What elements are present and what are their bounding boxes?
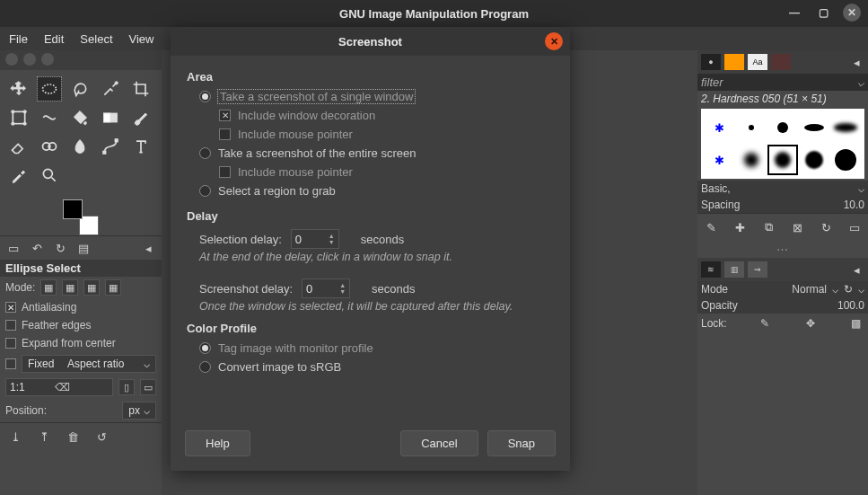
clear-icon[interactable]: ⌫ [55,381,70,393]
radio-entire-screen[interactable]: Take a screenshot of the entire screen [187,144,554,163]
new-brush-icon[interactable]: ✚ [732,219,748,235]
mode-swap-icon[interactable]: ↻ [844,283,853,296]
dialog-close-button[interactable]: ✕ [545,32,563,50]
radio-icon [199,185,211,197]
help-button[interactable]: Help [185,430,250,456]
radio-single-window[interactable]: Take a screenshot of a single window [187,87,554,106]
brush-preset-row[interactable]: Basic, ⌵ [697,181,868,197]
fg-color-swatch[interactable] [63,199,83,219]
tab-paths-icon[interactable]: ⇝ [748,261,767,278]
lock-alpha-icon[interactable]: ▩ [848,315,864,331]
load-preset-icon[interactable]: ⤒ [36,429,52,445]
ratio-field[interactable] [10,381,55,393]
mode-add-icon[interactable]: ▦ [62,279,78,296]
tool-transform[interactable] [7,106,31,129]
menu-view[interactable]: View [129,32,154,46]
save-preset-icon[interactable]: ⤓ [7,429,23,445]
tab-history-icon[interactable] [771,54,791,70]
panel-divider[interactable]: ⋯ [697,241,868,258]
tool-smudge[interactable] [68,135,92,158]
radio-convert-srgb[interactable]: Convert image to sRGB [187,358,554,376]
tool-free-select[interactable] [68,77,92,101]
tab-channels-icon[interactable]: ▥ [724,261,744,278]
tab-tool-options-icon[interactable]: ▭ [5,240,22,256]
step-down-icon[interactable]: ▼ [339,288,346,295]
landscape-icon[interactable]: ▭ [140,379,156,395]
expand-row[interactable]: Expand from center [0,334,162,352]
screenshot-delay-input[interactable]: 0 ▲▼ [302,278,350,298]
snap-button[interactable]: Snap [487,430,556,456]
refresh-brush-icon[interactable]: ↻ [818,219,834,235]
radio-select-region[interactable]: Select a region to grab [187,181,554,200]
tool-crop[interactable] [129,77,153,101]
feather-row[interactable]: Feather edges [0,316,162,334]
check-include-decoration[interactable]: Include window decoration [187,106,554,125]
menu-select[interactable]: Select [80,32,112,46]
delete-preset-icon[interactable]: 🗑 [65,429,81,445]
tool-ellipse-select[interactable] [38,77,61,101]
tool-gradient[interactable] [99,106,122,129]
check-include-pointer-1[interactable]: Include mouse pointer [187,125,554,144]
tool-brush[interactable] [129,106,153,129]
tab-patterns-icon[interactable] [724,54,744,70]
radio-tag-monitor[interactable]: Tag image with monitor profile [187,339,554,358]
open-folder-icon[interactable]: ▭ [846,219,863,235]
antialias-check[interactable]: ✕ [5,302,16,313]
brush-grid[interactable]: ✱ ✱ [701,109,864,179]
step-up-icon[interactable]: ▲ [329,233,335,239]
include-pointer1-label: Include mouse pointer [238,128,353,141]
tool-move[interactable] [7,77,31,101]
selection-delay-input[interactable]: 0 ▲▼ [291,229,339,249]
fixed-check[interactable] [5,358,16,369]
tool-color-picker[interactable] [7,164,31,187]
mode-replace-icon[interactable]: ▦ [40,279,57,296]
step-down-icon[interactable]: ▼ [329,239,335,245]
tab-undo-icon[interactable]: ↶ [29,240,45,256]
tool-path[interactable] [99,135,122,158]
tab-menu-icon[interactable]: ◂ [140,240,156,256]
minimize-button[interactable]: ― [785,4,803,22]
lock-position-icon[interactable]: ✥ [802,315,819,331]
expand-check[interactable] [5,338,16,349]
cancel-button[interactable]: Cancel [400,430,478,456]
mode-subtract-icon[interactable]: ▦ [83,279,100,296]
fixed-dropdown[interactable]: Fixed Aspect ratio ⌵ [22,355,156,373]
tab-history-icon[interactable]: ↻ [52,240,68,256]
portrait-icon[interactable]: ▯ [118,379,135,395]
mode-intersect-icon[interactable]: ▦ [105,279,121,296]
tab-fonts-icon[interactable]: Aa [748,54,767,70]
tool-warp[interactable] [38,106,61,129]
maximize-button[interactable]: ▢ [814,4,832,22]
tool-bucket[interactable] [68,106,92,129]
step-up-icon[interactable]: ▲ [339,282,346,288]
brush-filter[interactable]: filter ⌵ [697,74,868,91]
menu-edit[interactable]: Edit [44,32,64,46]
tool-fuzzy-select[interactable] [99,77,122,101]
edit-brush-icon[interactable]: ✎ [703,219,719,235]
lock-pixels-icon[interactable]: ✎ [757,315,773,331]
close-button[interactable]: ✕ [843,4,861,22]
position-unit-dropdown[interactable]: px ⌵ [122,402,156,420]
opacity-row[interactable]: Opacity 100.0 [697,297,868,314]
tab-menu-icon[interactable]: ◂ [848,261,864,278]
reset-icon[interactable]: ↺ [93,429,110,445]
menu-file[interactable]: File [9,32,28,46]
tab-layers-icon[interactable]: ≋ [701,261,721,278]
tool-text[interactable] [129,135,153,158]
tab-menu-icon[interactable]: ◂ [848,54,864,70]
check-include-pointer-2[interactable]: Include mouse pointer [187,163,554,181]
feather-check[interactable] [5,320,16,331]
tool-clone[interactable] [38,135,61,158]
tool-zoom[interactable] [38,164,61,187]
fg-bg-colors[interactable] [63,199,99,235]
antialias-row[interactable]: ✕ Antialiasing [0,298,162,316]
tab-images-icon[interactable]: ▤ [75,240,92,256]
ratio-input[interactable]: ⌫ [5,378,113,396]
spacing-row[interactable]: Spacing 10.0 [697,197,868,213]
tab-brushes-icon[interactable]: ● [701,54,721,70]
blend-mode-row[interactable]: Mode Normal ⌵ ↻ ⌵ [697,281,868,297]
delete-brush-icon[interactable]: ⊠ [789,219,805,235]
duplicate-brush-icon[interactable]: ⧉ [760,219,776,235]
radio-entire-screen-label: Take a screenshot of the entire screen [218,146,416,160]
tool-eraser[interactable] [7,135,31,158]
